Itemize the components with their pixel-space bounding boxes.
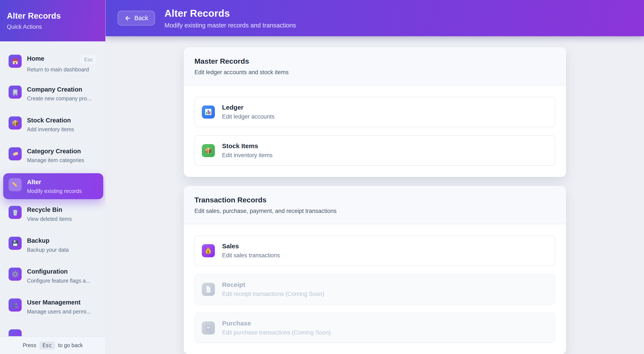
page-header-text: Alter Records Modify existing master rec… xyxy=(164,8,296,29)
section-subtitle: Edit ledger accounts and stock items xyxy=(194,69,555,76)
action-row-receipt: ReceiptEdit receipt transactions (Coming… xyxy=(194,274,555,304)
back-button-label: Back xyxy=(134,15,148,22)
tag-icon xyxy=(8,147,22,160)
package-icon xyxy=(202,144,215,157)
sidebar-item-description: Modify existing records xyxy=(27,188,98,194)
section-transaction-records: Transaction RecordsEdit sales, purchase,… xyxy=(184,186,566,354)
action-row-description: Edit ledger accounts xyxy=(222,113,275,120)
sidebar-item-user-management[interactable]: User ManagementManage users and permi... xyxy=(8,298,100,318)
action-row-text: LedgerEdit ledger accounts xyxy=(222,104,275,120)
sidebar-footer: Press Esc to go back xyxy=(0,336,106,354)
footer-hint-prefix: Press xyxy=(23,342,36,348)
esc-keycap: Esc xyxy=(40,341,55,349)
section-subtitle: Edit sales, purchase, payment, and recei… xyxy=(194,208,555,214)
home-icon xyxy=(8,55,22,68)
sidebar-item-label: User Management xyxy=(27,299,80,306)
sidebar-item-alter[interactable]: AlterModify existing records xyxy=(3,173,103,199)
sidebar-item-partial[interactable] xyxy=(8,329,100,336)
partial-icon xyxy=(8,329,22,336)
action-row-text: Stock ItemsEdit inventory items xyxy=(222,142,273,159)
sidebar-item-label: Category Creation xyxy=(27,148,81,155)
footer-hint-suffix: to go back xyxy=(58,342,83,348)
sidebar-subtitle: Quick Actions xyxy=(7,24,98,30)
sidebar-item-recycle-bin[interactable]: Recycle BinView deleted items xyxy=(8,206,100,225)
section-title: Transaction Records xyxy=(194,196,555,204)
sidebar-item-description: Create new company pro... xyxy=(27,95,100,102)
content: Master RecordsEdit ledger accounts and s… xyxy=(106,36,644,354)
sidebar-item-text: BackupBackup your data xyxy=(27,237,100,253)
sidebar-item-text: AlterModify existing records xyxy=(27,178,98,194)
app-root: Alter Records Quick Actions HomeEscRetur… xyxy=(0,0,644,354)
sidebar-item-company-creation[interactable]: Company CreationCreate new company pro..… xyxy=(8,86,100,105)
action-row-description: Edit sales transactions xyxy=(222,252,280,259)
page-subtitle: Modify existing master records and trans… xyxy=(164,22,296,29)
sidebar-item-label: Company Creation xyxy=(27,86,82,93)
sidebar-item-category-creation[interactable]: Category CreationManage item categories xyxy=(8,147,100,167)
action-row-stock-items[interactable]: Stock ItemsEdit inventory items xyxy=(194,135,555,166)
action-row-text: ReceiptEdit receipt transactions (Coming… xyxy=(222,281,324,297)
section-body: $SalesEdit sales transactionsReceiptEdit… xyxy=(184,224,566,354)
sidebar-item-text: Stock CreationAdd inventory items xyxy=(27,116,100,133)
sidebar-item-label: Stock Creation xyxy=(27,117,71,124)
back-button[interactable]: Back xyxy=(118,11,155,26)
sidebar: Alter Records Quick Actions HomeEscRetur… xyxy=(0,0,106,354)
action-row-sales[interactable]: $SalesEdit sales transactions xyxy=(194,235,555,266)
action-row-ledger[interactable]: LedgerEdit ledger accounts xyxy=(194,97,555,127)
section-master-records: Master RecordsEdit ledger accounts and s… xyxy=(184,47,566,177)
sidebar-item-description: Manage users and permi... xyxy=(27,308,100,315)
sidebar-item-backup[interactable]: BackupBackup your data xyxy=(8,237,100,256)
action-row-title: Receipt xyxy=(222,281,324,288)
back-arrow-icon xyxy=(124,15,131,22)
action-row-purchase: PurchaseEdit purchase transactions (Comi… xyxy=(194,313,555,343)
sidebar-menu: HomeEscReturn to main dashboardCompany C… xyxy=(0,41,106,336)
money-bag-icon: $ xyxy=(202,244,215,257)
sidebar-item-home[interactable]: HomeEscReturn to main dashboard xyxy=(8,55,100,74)
action-row-description: Edit receipt transactions (Coming Soon) xyxy=(222,291,324,297)
action-row-title: Ledger xyxy=(222,104,275,111)
building-icon xyxy=(8,86,22,99)
sidebar-item-text: Company CreationCreate new company pro..… xyxy=(27,86,100,102)
floppy-icon xyxy=(8,237,22,250)
sidebar-title: Alter Records xyxy=(7,11,98,21)
action-row-title: Sales xyxy=(222,242,280,250)
package-icon xyxy=(8,116,22,130)
sidebar-item-label: Home xyxy=(27,55,44,62)
sidebar-header: Alter Records Quick Actions xyxy=(0,0,106,41)
sidebar-item-label: Backup xyxy=(27,237,50,244)
sidebar-item-description: Add inventory items xyxy=(27,126,100,133)
sidebar-item-text: Recycle BinView deleted items xyxy=(27,206,100,222)
sidebar-item-text: User ManagementManage users and permi... xyxy=(27,298,100,314)
sidebar-item-description: Backup your data xyxy=(27,247,100,253)
action-row-text: SalesEdit sales transactions xyxy=(222,242,280,259)
section-header: Master RecordsEdit ledger accounts and s… xyxy=(184,47,566,86)
sidebar-item-stock-creation[interactable]: Stock CreationAdd inventory items xyxy=(8,116,100,136)
section-header: Transaction RecordsEdit sales, purchase,… xyxy=(184,186,566,224)
action-row-description: Edit inventory items xyxy=(222,152,273,159)
sidebar-item-text: Category CreationManage item categories xyxy=(27,147,100,163)
action-row-text: PurchaseEdit purchase transactions (Comi… xyxy=(222,320,331,336)
users-icon xyxy=(8,298,22,311)
cart-icon xyxy=(202,321,215,334)
sidebar-item-description: View deleted items xyxy=(27,216,100,222)
section-title: Master Records xyxy=(194,57,555,65)
document-icon xyxy=(202,283,215,296)
page-title: Alter Records xyxy=(164,8,296,19)
page-header: Back Alter Records Modify existing maste… xyxy=(106,0,644,36)
main-area: Back Alter Records Modify existing maste… xyxy=(106,0,644,354)
sidebar-item-text: ConfigurationConfigure feature flags a..… xyxy=(27,268,100,284)
bar-chart-icon xyxy=(202,106,215,119)
sidebar-item-description: Manage item categories xyxy=(27,157,100,163)
gear-icon xyxy=(8,268,22,281)
action-row-description: Edit purchase transactions (Coming Soon) xyxy=(222,329,331,336)
sidebar-item-configuration[interactable]: ConfigurationConfigure feature flags a..… xyxy=(8,268,100,287)
section-body: LedgerEdit ledger accountsStock ItemsEdi… xyxy=(184,86,566,177)
sidebar-item-label: Recycle Bin xyxy=(27,206,62,213)
esc-shortcut-badge: Esc xyxy=(80,55,96,64)
sidebar-item-description: Return to main dashboard xyxy=(27,67,100,73)
svg-text:$: $ xyxy=(207,250,209,254)
action-row-title: Stock Items xyxy=(222,142,273,150)
sidebar-item-description: Configure feature flags a... xyxy=(27,278,100,284)
sidebar-item-label: Alter xyxy=(27,179,41,186)
trash-icon xyxy=(8,206,22,219)
sidebar-item-text: HomeEscReturn to main dashboard xyxy=(27,55,100,73)
